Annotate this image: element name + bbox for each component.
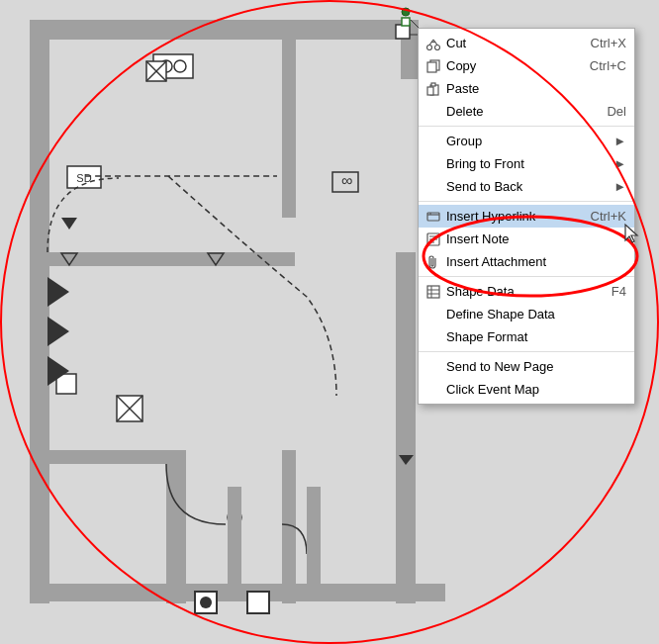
- separator-2: [419, 201, 634, 202]
- shape-data-shortcut: F4: [592, 284, 626, 299]
- svg-rect-37: [396, 252, 416, 450]
- svg-point-29: [200, 597, 212, 608]
- insert-note-label: Insert Note: [446, 231, 510, 246]
- shape-format-label: Shape Format: [446, 329, 527, 344]
- svg-point-39: [427, 45, 432, 49]
- svg-point-35: [402, 8, 410, 16]
- svg-rect-45: [427, 62, 436, 72]
- svg-point-17: [174, 60, 186, 72]
- group-arrow: ►: [613, 134, 626, 148]
- copy-label: Copy: [446, 58, 476, 73]
- paste-icon: [424, 80, 442, 98]
- delete-label: Delete: [446, 104, 484, 119]
- svg-rect-2: [30, 20, 406, 40]
- svg-point-40: [435, 45, 440, 49]
- cut-shortcut: Ctrl+X: [571, 36, 626, 50]
- svg-rect-56: [427, 286, 439, 298]
- send-to-back-label: Send to Back: [446, 179, 522, 194]
- separator-4: [419, 351, 634, 352]
- menu-item-send-to-new-page[interactable]: Send to New Page: [419, 355, 634, 378]
- data-icon: [424, 283, 442, 301]
- menu-item-cut[interactable]: Cut Ctrl+X: [419, 32, 634, 54]
- menu-item-paste[interactable]: Paste: [419, 77, 634, 100]
- svg-rect-7: [30, 450, 49, 603]
- menu-item-send-to-back[interactable]: Send to Back ►: [419, 175, 634, 198]
- svg-rect-30: [228, 487, 241, 586]
- insert-hyperlink-shortcut: Ctrl+K: [571, 209, 626, 224]
- separator-3: [419, 276, 634, 277]
- svg-rect-4: [30, 584, 445, 601]
- svg-text:∞: ∞: [341, 172, 352, 189]
- svg-rect-1: [30, 20, 49, 455]
- svg-rect-34: [402, 18, 410, 26]
- shape-data-label: Shape Data: [446, 284, 515, 299]
- svg-rect-6: [282, 20, 296, 218]
- bring-to-front-arrow: ►: [613, 156, 626, 171]
- menu-item-copy[interactable]: Copy Ctrl+C: [419, 54, 634, 77]
- link-icon: [424, 208, 442, 226]
- define-shape-data-label: Define Shape Data: [446, 307, 555, 322]
- cut-icon: [424, 35, 442, 52]
- insert-hyperlink-label: Insert Hyperlink: [446, 209, 535, 224]
- menu-item-click-event-map[interactable]: Click Event Map: [419, 378, 634, 401]
- click-event-map-label: Click Event Map: [446, 382, 539, 397]
- svg-rect-48: [427, 87, 433, 95]
- menu-item-shape-format[interactable]: Shape Format: [419, 325, 634, 348]
- svg-rect-10: [396, 450, 416, 603]
- menu-item-insert-hyperlink[interactable]: Insert Hyperlink Ctrl+K: [419, 205, 634, 228]
- svg-rect-8: [47, 450, 166, 464]
- insert-attachment-label: Insert Attachment: [446, 254, 546, 269]
- copy-icon: [424, 57, 442, 75]
- group-label: Group: [446, 134, 482, 148]
- menu-item-define-shape-data[interactable]: Define Shape Data: [419, 303, 634, 325]
- menu-item-shape-data[interactable]: Shape Data F4: [419, 280, 634, 303]
- bring-to-front-label: Bring to Front: [446, 156, 524, 171]
- svg-rect-12: [47, 450, 61, 464]
- svg-rect-47: [431, 83, 435, 86]
- context-menu: Cut Ctrl+X Copy Ctrl+C Paste Delete Del: [418, 28, 635, 405]
- menu-item-group[interactable]: Group ►: [419, 130, 634, 152]
- svg-text:SD: SD: [76, 172, 91, 184]
- menu-item-insert-attachment[interactable]: Insert Attachment: [419, 250, 634, 273]
- send-to-new-page-label: Send to New Page: [446, 359, 553, 374]
- menu-item-insert-note[interactable]: Insert Note: [419, 228, 634, 250]
- paste-label: Paste: [446, 81, 479, 96]
- menu-item-bring-to-front[interactable]: Bring to Front ►: [419, 152, 634, 175]
- note-icon: [424, 230, 442, 248]
- svg-rect-33: [396, 25, 410, 39]
- menu-item-delete[interactable]: Delete Del: [419, 100, 634, 123]
- cut-label: Cut: [446, 36, 466, 50]
- separator-1: [419, 126, 634, 127]
- svg-rect-38: [247, 592, 269, 613]
- send-to-back-arrow: ►: [613, 179, 626, 194]
- svg-rect-49: [427, 213, 439, 221]
- svg-rect-11: [166, 450, 186, 603]
- svg-rect-5: [47, 252, 295, 266]
- copy-shortcut: Ctrl+C: [570, 58, 626, 73]
- svg-rect-31: [307, 487, 321, 586]
- delete-shortcut: Del: [587, 104, 626, 119]
- attach-icon: [424, 253, 442, 271]
